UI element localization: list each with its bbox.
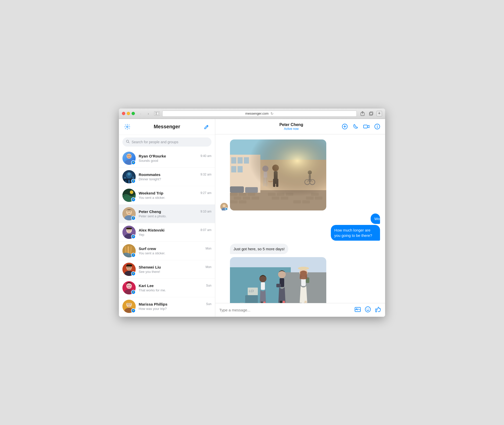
settings-button[interactable] xyxy=(123,122,132,131)
close-button[interactable] xyxy=(122,112,125,115)
url-text: messenger.com xyxy=(245,112,269,115)
svg-point-29 xyxy=(130,211,131,212)
svg-point-52 xyxy=(124,283,126,285)
compose-button[interactable] xyxy=(202,122,211,131)
conversation-preview: Yep xyxy=(139,233,211,237)
conversation-time: 9:32 am xyxy=(201,173,211,176)
emoji-button[interactable] xyxy=(365,306,371,314)
svg-point-13 xyxy=(130,155,131,156)
conversation-item-peter[interactable]: ⚡ Peter Cheng 9:10 am Peter sent a photo… xyxy=(119,205,215,223)
avatar-wrapper: ⚡ xyxy=(122,207,136,220)
message-row-question: How much longer are you going to be ther… xyxy=(298,225,380,241)
conversation-item-weekend[interactable]: ⚡ Weekend Trip 9:27 am You sent a sticke… xyxy=(119,186,215,205)
svg-point-153 xyxy=(367,308,367,309)
conversation-item-marissa[interactable]: ⚡ Marissa Phillips Sun How was your trip… xyxy=(119,297,215,316)
search-bar[interactable]: Search for people and groups xyxy=(122,137,211,147)
conversation-item-surf[interactable]: ⚡ Surf crew Mon You sent a sticker. xyxy=(119,242,215,260)
thumbs-up-button[interactable] xyxy=(375,306,381,314)
phone-call-button[interactable] xyxy=(353,124,358,129)
video-call-button[interactable] xyxy=(363,124,369,129)
minimize-button[interactable] xyxy=(127,112,130,115)
avatar-wrapper: ⚡ xyxy=(122,226,136,239)
chat-contact-info: Peter Cheng Active now xyxy=(279,122,303,131)
back-button[interactable]: ‹ xyxy=(137,111,144,116)
messenger-badge: ⚡ xyxy=(131,290,136,294)
conversation-name: Surf crew xyxy=(139,246,156,251)
message-row-incoming-img1: ⚡ xyxy=(220,139,380,210)
message-bubble-wow: Wow xyxy=(371,214,380,224)
conversation-preview: See you there! xyxy=(139,270,211,274)
tab-view-button[interactable] xyxy=(154,111,160,116)
svg-point-154 xyxy=(368,308,369,309)
conversation-preview: That works for me. xyxy=(139,288,211,292)
svg-point-46 xyxy=(125,264,127,265)
svg-rect-0 xyxy=(155,112,159,115)
conversation-name: Kari Lee xyxy=(139,284,154,288)
add-to-conversation-button[interactable] xyxy=(342,124,348,129)
conversation-info: Surf crew Mon You sent a sticker. xyxy=(139,246,211,255)
outgoing-message-group: Wow How much longer are you going to be … xyxy=(220,214,380,241)
svg-point-28 xyxy=(128,211,129,212)
conversation-info: Alex Ristevski 8:07 am Yep xyxy=(139,228,211,237)
conversation-list: ⚡ Ryan O'Rourke 9:40 am Sounds good xyxy=(119,149,215,317)
conversation-item-kate[interactable]: ⚡ Kate Stern Sat Want to grab drinks ton… xyxy=(119,316,215,317)
conversation-time: Sun xyxy=(206,284,211,287)
conversation-info: Marissa Phillips Sun How was your trip? xyxy=(139,302,211,311)
chat-contact-status: Active now xyxy=(279,127,303,131)
tabs-button[interactable] xyxy=(368,111,374,116)
messenger-badge: ⚡ xyxy=(131,308,136,313)
browser-window: ‹ › messenger.com ↻ xyxy=(119,109,385,317)
share-button[interactable] xyxy=(359,111,366,116)
address-bar[interactable]: messenger.com ↻ xyxy=(162,111,357,117)
conversation-name: Roommates xyxy=(139,172,160,177)
conversation-item-roommates[interactable]: ⚡ Roommates 9:32 am Dinner tonight? xyxy=(119,168,215,186)
messenger-badge: ⚡ xyxy=(131,271,136,276)
conversation-preview: Dinner tonight? xyxy=(139,177,211,181)
svg-rect-117 xyxy=(230,139,326,210)
svg-rect-58 xyxy=(125,302,133,303)
conversation-item-shenwei[interactable]: ⚡ Shenwei Liu Mon See you there! xyxy=(119,260,215,279)
refresh-button[interactable]: ↻ xyxy=(271,112,274,116)
svg-rect-21 xyxy=(125,180,127,183)
message-bubble-question: How much longer are you going to be ther… xyxy=(331,225,380,241)
conversation-info: Ryan O'Rourke 9:40 am Sounds good xyxy=(139,154,211,163)
conversation-preview: You sent a sticker. xyxy=(139,251,211,255)
svg-point-26 xyxy=(126,209,132,215)
svg-rect-20 xyxy=(128,180,130,183)
photo-upload-button[interactable] xyxy=(355,307,361,313)
compose-input[interactable] xyxy=(219,308,352,312)
svg-point-51 xyxy=(130,285,131,286)
chat-contact-name: Peter Cheng xyxy=(279,122,303,127)
message-row-reply-text: Just got here, so 5 more days! xyxy=(220,244,380,254)
new-tab-button[interactable]: + xyxy=(376,111,382,116)
traffic-lights xyxy=(122,112,135,115)
avatar-wrapper: ⚡ xyxy=(122,300,136,313)
sidebar: Messenger Search for people and groups xyxy=(119,119,215,317)
conversation-time: 9:40 am xyxy=(201,154,211,158)
avatar-wrapper: ⚡ xyxy=(122,189,136,202)
svg-point-70 xyxy=(377,125,377,126)
sidebar-header: Messenger xyxy=(119,119,215,135)
browser-right-controls: + xyxy=(359,111,382,116)
messenger-badge: ⚡ xyxy=(131,197,136,202)
incoming-photo-1 xyxy=(230,139,326,210)
search-icon xyxy=(126,140,130,144)
conversation-time: 9:10 am xyxy=(201,210,211,213)
maximize-button[interactable] xyxy=(132,112,135,115)
search-placeholder: Search for people and groups xyxy=(132,140,178,144)
forward-button[interactable]: › xyxy=(145,111,152,116)
messages-container: ⚡ xyxy=(215,134,385,303)
messenger-badge: ⚡ xyxy=(131,160,136,165)
compose-bar xyxy=(215,303,385,317)
conversation-item-alex[interactable]: ⚡ Alex Ristevski 8:07 am Yep xyxy=(119,223,215,242)
avatar-wrapper: ⚡ xyxy=(122,152,136,165)
svg-rect-45 xyxy=(126,264,132,267)
conversation-item-ryan[interactable]: ⚡ Ryan O'Rourke 9:40 am Sounds good xyxy=(119,149,215,168)
conversation-item-kari[interactable]: ⚡ Kari Lee Sun That works for me. xyxy=(119,279,215,297)
svg-point-43 xyxy=(128,267,129,268)
avatar-wrapper: ⚡ xyxy=(122,263,136,276)
messenger-badge: ⚡ xyxy=(131,234,136,239)
svg-rect-155 xyxy=(375,309,377,312)
info-button[interactable] xyxy=(374,124,380,129)
conversation-time: 9:27 am xyxy=(201,191,211,195)
